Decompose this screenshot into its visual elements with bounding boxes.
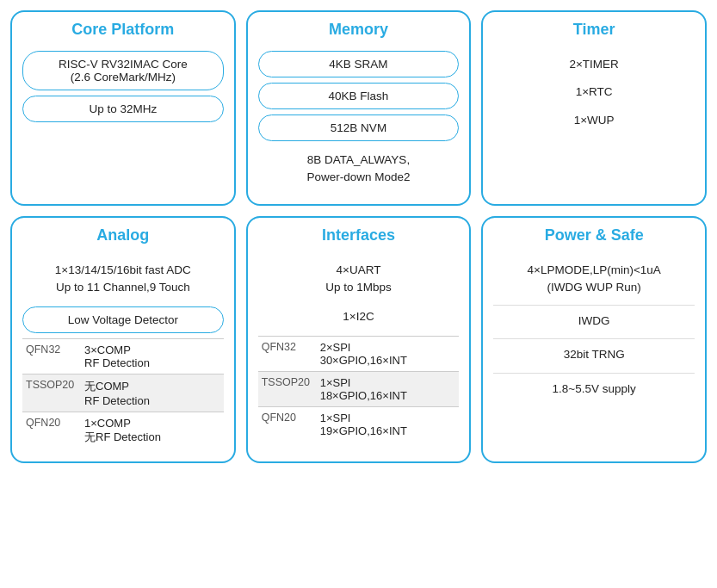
if-pkg: QFN32 — [258, 337, 317, 372]
memory-item-1: 40KB Flash — [258, 83, 460, 109]
power-safe-card: Power & Safe 4×LPMODE,LP(min)<1uA (IWDG … — [481, 216, 707, 464]
core-platform-card: Core Platform RISC-V RV32IMAC Core (2.6 … — [10, 10, 236, 206]
analog-pkg: TSSOP20 — [22, 374, 81, 412]
analog-intro: 1×13/14/15/16bit fast ADC Up to 11 Chann… — [22, 257, 224, 302]
interfaces-i2c: 1×I2C — [258, 301, 460, 332]
memory-card: Memory 4KB SRAM 40KB Flash 512B NVM 8B D… — [246, 10, 472, 206]
analog-table-row: TSSOP20无COMP RF Detection — [22, 374, 224, 412]
analog-desc: 1×COMP 无RF Detection — [81, 412, 224, 450]
analog-lvd-pill: Low Voltage Detector — [22, 306, 224, 333]
if-desc: 1×SPI 18×GPIO,16×INT — [317, 372, 460, 407]
timer-item-2: 1×WUP — [493, 107, 695, 134]
interfaces-card: Interfaces 4×UART Up to 1Mbps 1×I2C QFN3… — [246, 216, 472, 464]
core-platform-item-0: RISC-V RV32IMAC Core (2.6 CoreMark/MHz) — [22, 51, 224, 90]
interfaces-table-row: QFN322×SPI 30×GPIO,16×INT — [258, 337, 460, 372]
timer-item-1: 1×RTC — [493, 78, 695, 106]
analog-title: Analog — [22, 226, 224, 248]
power-item-0: 4×LPMODE,LP(min)<1uA (IWDG WUP Run) — [493, 257, 695, 302]
analog-pkg: QFN20 — [22, 412, 81, 450]
analog-table: QFN323×COMP RF DetectionTSSOP20无COMP RF … — [22, 338, 224, 449]
core-platform-item-1: Up to 32MHz — [22, 96, 224, 122]
power-item-1: IWDG — [493, 305, 695, 335]
analog-desc: 3×COMP RF Detection — [81, 339, 224, 374]
memory-item-0: 4KB SRAM — [258, 51, 460, 77]
analog-table-row: QFN201×COMP 无RF Detection — [22, 412, 224, 450]
timer-item-0: 2×TIMER — [493, 51, 695, 78]
timer-title: Timer — [493, 21, 695, 42]
analog-desc: 无COMP RF Detection — [81, 374, 224, 412]
analog-pkg: QFN32 — [22, 339, 81, 374]
if-pkg: QFN20 — [258, 407, 317, 443]
interfaces-title: Interfaces — [258, 226, 460, 248]
power-item-3: 1.8~5.5V supply — [493, 373, 695, 403]
interfaces-intro: 4×UART Up to 1Mbps — [258, 257, 460, 302]
interfaces-table-row: TSSOP201×SPI 18×GPIO,16×INT — [258, 372, 460, 407]
power-safe-title: Power & Safe — [493, 226, 695, 248]
timer-card: Timer 2×TIMER 1×RTC 1×WUP — [481, 10, 707, 206]
analog-table-row: QFN323×COMP RF Detection — [22, 339, 224, 374]
memory-item-2: 512B NVM — [258, 115, 460, 141]
interfaces-table-row: QFN201×SPI 19×GPIO,16×INT — [258, 407, 460, 443]
if-desc: 1×SPI 19×GPIO,16×INT — [317, 407, 460, 443]
if-pkg: TSSOP20 — [258, 372, 317, 407]
if-desc: 2×SPI 30×GPIO,16×INT — [317, 337, 460, 372]
analog-card: Analog 1×13/14/15/16bit fast ADC Up to 1… — [10, 216, 236, 464]
interfaces-table: QFN322×SPI 30×GPIO,16×INTTSSOP201×SPI 18… — [258, 336, 460, 442]
memory-title: Memory — [258, 21, 460, 42]
core-platform-title: Core Platform — [22, 21, 224, 42]
memory-item-3: 8B DATA_ALWAYS, Power-down Mode2 — [258, 146, 460, 192]
power-item-2: 32bit TRNG — [493, 338, 695, 368]
